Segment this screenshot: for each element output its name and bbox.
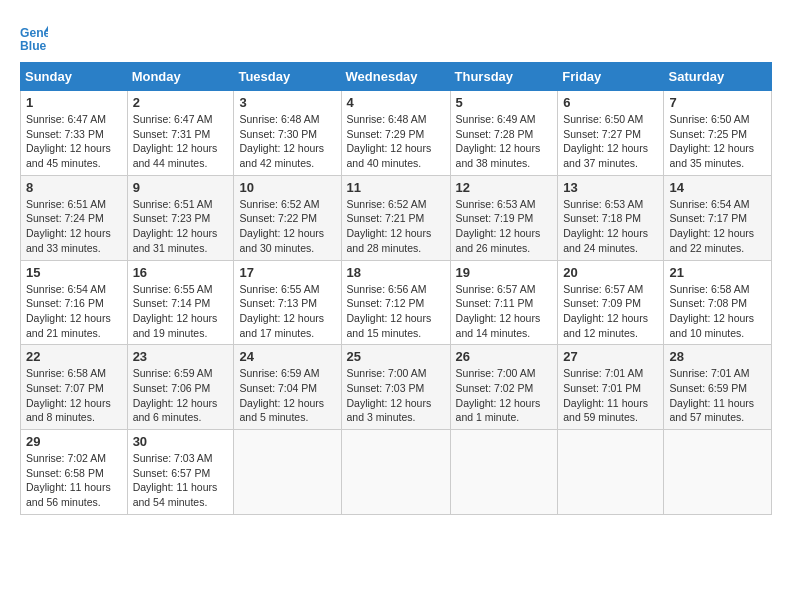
logo-icon: General Blue — [20, 24, 48, 52]
day-number: 29 — [26, 434, 122, 449]
day-info: Sunrise: 6:51 AM Sunset: 7:23 PM Dayligh… — [133, 197, 229, 256]
empty-cell — [234, 430, 341, 515]
day-info: Sunrise: 6:49 AM Sunset: 7:28 PM Dayligh… — [456, 112, 553, 171]
day-info: Sunrise: 6:48 AM Sunset: 7:30 PM Dayligh… — [239, 112, 335, 171]
logo: General Blue — [20, 24, 54, 52]
day-cell: 7 Sunrise: 6:50 AM Sunset: 7:25 PM Dayli… — [664, 91, 772, 176]
day-info: Sunrise: 6:52 AM Sunset: 7:21 PM Dayligh… — [347, 197, 445, 256]
day-number: 17 — [239, 265, 335, 280]
day-info: Sunrise: 7:02 AM Sunset: 6:58 PM Dayligh… — [26, 451, 122, 510]
header: General Blue — [20, 20, 772, 52]
day-cell: 13 Sunrise: 6:53 AM Sunset: 7:18 PM Dayl… — [558, 175, 664, 260]
svg-text:General: General — [20, 26, 48, 40]
day-number: 7 — [669, 95, 766, 110]
day-info: Sunrise: 6:55 AM Sunset: 7:14 PM Dayligh… — [133, 282, 229, 341]
day-cell: 27 Sunrise: 7:01 AM Sunset: 7:01 PM Dayl… — [558, 345, 664, 430]
day-info: Sunrise: 7:00 AM Sunset: 7:03 PM Dayligh… — [347, 366, 445, 425]
day-number: 9 — [133, 180, 229, 195]
day-number: 23 — [133, 349, 229, 364]
header-thursday: Thursday — [450, 63, 558, 91]
day-number: 21 — [669, 265, 766, 280]
day-cell: 29 Sunrise: 7:02 AM Sunset: 6:58 PM Dayl… — [21, 430, 128, 515]
day-info: Sunrise: 7:01 AM Sunset: 6:59 PM Dayligh… — [669, 366, 766, 425]
day-info: Sunrise: 6:58 AM Sunset: 7:07 PM Dayligh… — [26, 366, 122, 425]
day-cell: 4 Sunrise: 6:48 AM Sunset: 7:29 PM Dayli… — [341, 91, 450, 176]
day-info: Sunrise: 6:57 AM Sunset: 7:11 PM Dayligh… — [456, 282, 553, 341]
day-cell: 2 Sunrise: 6:47 AM Sunset: 7:31 PM Dayli… — [127, 91, 234, 176]
calendar-header-row: SundayMondayTuesdayWednesdayThursdayFrid… — [21, 63, 772, 91]
day-cell: 24 Sunrise: 6:59 AM Sunset: 7:04 PM Dayl… — [234, 345, 341, 430]
header-saturday: Saturday — [664, 63, 772, 91]
day-number: 25 — [347, 349, 445, 364]
day-cell: 23 Sunrise: 6:59 AM Sunset: 7:06 PM Dayl… — [127, 345, 234, 430]
header-monday: Monday — [127, 63, 234, 91]
day-number: 4 — [347, 95, 445, 110]
header-sunday: Sunday — [21, 63, 128, 91]
day-info: Sunrise: 6:55 AM Sunset: 7:13 PM Dayligh… — [239, 282, 335, 341]
day-info: Sunrise: 6:57 AM Sunset: 7:09 PM Dayligh… — [563, 282, 658, 341]
day-info: Sunrise: 6:54 AM Sunset: 7:17 PM Dayligh… — [669, 197, 766, 256]
day-number: 13 — [563, 180, 658, 195]
day-info: Sunrise: 6:47 AM Sunset: 7:33 PM Dayligh… — [26, 112, 122, 171]
header-friday: Friday — [558, 63, 664, 91]
day-info: Sunrise: 7:01 AM Sunset: 7:01 PM Dayligh… — [563, 366, 658, 425]
day-info: Sunrise: 6:53 AM Sunset: 7:18 PM Dayligh… — [563, 197, 658, 256]
day-number: 1 — [26, 95, 122, 110]
day-cell: 17 Sunrise: 6:55 AM Sunset: 7:13 PM Dayl… — [234, 260, 341, 345]
day-info: Sunrise: 6:54 AM Sunset: 7:16 PM Dayligh… — [26, 282, 122, 341]
day-number: 14 — [669, 180, 766, 195]
day-number: 15 — [26, 265, 122, 280]
calendar-week-2: 8 Sunrise: 6:51 AM Sunset: 7:24 PM Dayli… — [21, 175, 772, 260]
day-info: Sunrise: 7:03 AM Sunset: 6:57 PM Dayligh… — [133, 451, 229, 510]
day-number: 12 — [456, 180, 553, 195]
day-number: 26 — [456, 349, 553, 364]
day-number: 18 — [347, 265, 445, 280]
day-number: 27 — [563, 349, 658, 364]
empty-cell — [450, 430, 558, 515]
day-cell: 21 Sunrise: 6:58 AM Sunset: 7:08 PM Dayl… — [664, 260, 772, 345]
day-cell: 28 Sunrise: 7:01 AM Sunset: 6:59 PM Dayl… — [664, 345, 772, 430]
empty-cell — [558, 430, 664, 515]
day-info: Sunrise: 6:51 AM Sunset: 7:24 PM Dayligh… — [26, 197, 122, 256]
day-number: 24 — [239, 349, 335, 364]
svg-text:Blue: Blue — [20, 39, 47, 52]
day-cell: 19 Sunrise: 6:57 AM Sunset: 7:11 PM Dayl… — [450, 260, 558, 345]
day-cell: 1 Sunrise: 6:47 AM Sunset: 7:33 PM Dayli… — [21, 91, 128, 176]
day-cell: 22 Sunrise: 6:58 AM Sunset: 7:07 PM Dayl… — [21, 345, 128, 430]
day-cell: 11 Sunrise: 6:52 AM Sunset: 7:21 PM Dayl… — [341, 175, 450, 260]
day-number: 16 — [133, 265, 229, 280]
day-cell: 8 Sunrise: 6:51 AM Sunset: 7:24 PM Dayli… — [21, 175, 128, 260]
calendar-week-3: 15 Sunrise: 6:54 AM Sunset: 7:16 PM Dayl… — [21, 260, 772, 345]
day-info: Sunrise: 6:59 AM Sunset: 7:04 PM Dayligh… — [239, 366, 335, 425]
day-cell: 3 Sunrise: 6:48 AM Sunset: 7:30 PM Dayli… — [234, 91, 341, 176]
day-number: 11 — [347, 180, 445, 195]
day-info: Sunrise: 7:00 AM Sunset: 7:02 PM Dayligh… — [456, 366, 553, 425]
day-number: 20 — [563, 265, 658, 280]
day-cell: 10 Sunrise: 6:52 AM Sunset: 7:22 PM Dayl… — [234, 175, 341, 260]
day-number: 30 — [133, 434, 229, 449]
calendar-week-1: 1 Sunrise: 6:47 AM Sunset: 7:33 PM Dayli… — [21, 91, 772, 176]
day-number: 8 — [26, 180, 122, 195]
day-cell: 30 Sunrise: 7:03 AM Sunset: 6:57 PM Dayl… — [127, 430, 234, 515]
header-wednesday: Wednesday — [341, 63, 450, 91]
day-cell: 12 Sunrise: 6:53 AM Sunset: 7:19 PM Dayl… — [450, 175, 558, 260]
day-cell: 16 Sunrise: 6:55 AM Sunset: 7:14 PM Dayl… — [127, 260, 234, 345]
day-cell: 5 Sunrise: 6:49 AM Sunset: 7:28 PM Dayli… — [450, 91, 558, 176]
calendar-week-5: 29 Sunrise: 7:02 AM Sunset: 6:58 PM Dayl… — [21, 430, 772, 515]
day-number: 5 — [456, 95, 553, 110]
day-info: Sunrise: 6:47 AM Sunset: 7:31 PM Dayligh… — [133, 112, 229, 171]
day-cell: 15 Sunrise: 6:54 AM Sunset: 7:16 PM Dayl… — [21, 260, 128, 345]
day-number: 28 — [669, 349, 766, 364]
day-cell: 20 Sunrise: 6:57 AM Sunset: 7:09 PM Dayl… — [558, 260, 664, 345]
day-number: 2 — [133, 95, 229, 110]
calendar-week-4: 22 Sunrise: 6:58 AM Sunset: 7:07 PM Dayl… — [21, 345, 772, 430]
day-cell: 14 Sunrise: 6:54 AM Sunset: 7:17 PM Dayl… — [664, 175, 772, 260]
day-number: 3 — [239, 95, 335, 110]
day-number: 6 — [563, 95, 658, 110]
day-info: Sunrise: 6:50 AM Sunset: 7:27 PM Dayligh… — [563, 112, 658, 171]
day-info: Sunrise: 6:58 AM Sunset: 7:08 PM Dayligh… — [669, 282, 766, 341]
day-cell: 6 Sunrise: 6:50 AM Sunset: 7:27 PM Dayli… — [558, 91, 664, 176]
empty-cell — [341, 430, 450, 515]
day-info: Sunrise: 6:56 AM Sunset: 7:12 PM Dayligh… — [347, 282, 445, 341]
empty-cell — [664, 430, 772, 515]
